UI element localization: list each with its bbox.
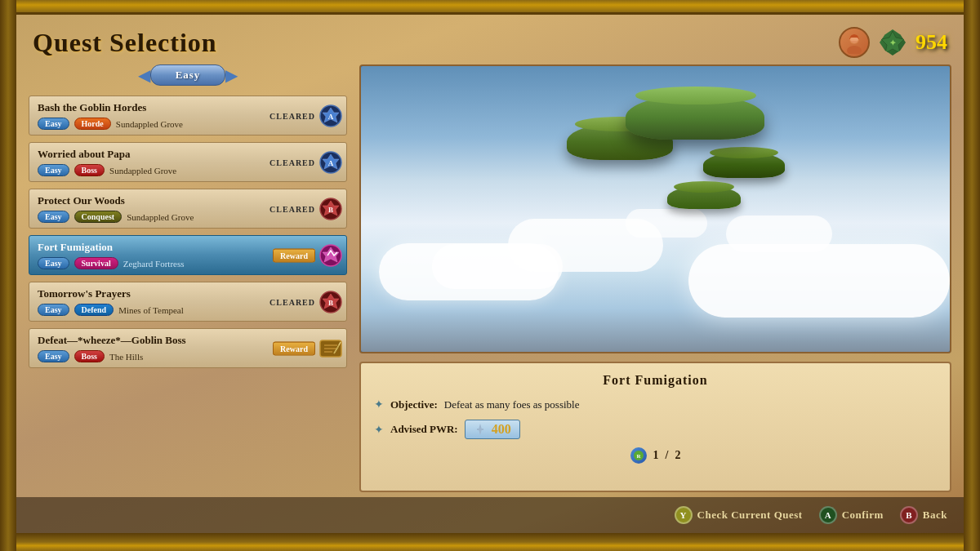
quest-status-6: Reward	[273, 344, 315, 353]
map-area	[359, 64, 951, 353]
tag-conquest-3: Conquest	[74, 211, 122, 223]
svg-text:A: A	[328, 113, 334, 121]
svg-text:A: A	[328, 159, 334, 167]
svg-point-1	[847, 46, 862, 54]
pwr-value: 400	[492, 422, 511, 437]
page-icon: R	[630, 447, 647, 464]
right-decorative-bar	[964, 0, 980, 551]
island-4	[626, 95, 764, 140]
bottom-decorative-bar	[0, 533, 980, 551]
quest-status-1: CLEARED	[270, 111, 315, 120]
difficulty-selector[interactable]: ◀ Easy ▶	[29, 64, 347, 86]
check-quest-label: Check Current Quest	[697, 509, 803, 522]
title-area: Quest Selection ✦ 954	[16, 15, 964, 64]
y-button-icon: Y	[675, 506, 693, 524]
svg-text:✦: ✦	[889, 38, 897, 47]
quest-status-2: CLEARED	[270, 158, 315, 167]
main-content: Quest Selection ✦ 954	[16, 15, 964, 533]
difficulty-label: Easy	[150, 64, 226, 86]
confirm-button[interactable]: A Confirm	[819, 506, 884, 524]
avatar	[839, 27, 870, 58]
quest-item-3[interactable]: Protect Our Woods Easy Conquest Sundappl…	[29, 189, 347, 229]
svg-text:B: B	[328, 206, 333, 214]
objective-label: Objective:	[390, 398, 438, 411]
reward-badge-4: Reward	[273, 248, 315, 262]
difficulty-next-arrow[interactable]: ▶	[225, 65, 238, 85]
b-button-icon: B	[900, 506, 918, 524]
back-button[interactable]: B Back	[900, 506, 947, 524]
quest-status-3: CLEARED	[270, 204, 315, 213]
tag-survival-4: Survival	[74, 257, 118, 269]
objective-row: ✦ Objective: Defeat as many foes as poss…	[374, 398, 937, 411]
svg-text:B: B	[328, 299, 333, 307]
quest-emblem-6	[319, 337, 342, 360]
tag-easy-2: Easy	[38, 164, 69, 176]
a-button-icon: A	[819, 506, 837, 524]
tag-easy-3: Easy	[38, 211, 69, 223]
tag-easy-4: Easy	[38, 257, 69, 269]
objective-value: Defeat as many foes as possible	[444, 398, 580, 411]
tag-horde-1: Horde	[74, 118, 111, 130]
reward-badge-6: Reward	[273, 341, 315, 355]
quest-location-2: Sundappled Grove	[109, 166, 176, 176]
tag-easy-1: Easy	[38, 118, 69, 130]
top-decorative-bar	[0, 0, 980, 15]
pwr-row: ✦ Advised PWR: 400	[374, 420, 937, 439]
pagination: R 1 / 2	[374, 447, 937, 464]
page-total: 2	[675, 449, 680, 462]
quest-location-6: The Hills	[109, 352, 143, 362]
check-quest-button[interactable]: Y Check Current Quest	[675, 506, 803, 524]
quest-location-3: Sundappled Grove	[127, 212, 194, 222]
badge-icon: ✦	[880, 29, 906, 56]
map-background	[361, 66, 950, 352]
island-5	[667, 186, 741, 209]
action-bar: Y Check Current Quest A Confirm B Back	[16, 497, 964, 533]
pwr-label: Advised PWR:	[390, 423, 458, 436]
pwr-diamond-icon: ✦	[374, 423, 384, 437]
quest-status-5: CLEARED	[270, 297, 315, 306]
quest-location-5: Mines of Tempeal	[118, 305, 184, 315]
cloud-3	[688, 244, 950, 318]
right-panel: Fort Fumigation ✦ Objective: Defeat as m…	[359, 64, 951, 492]
quest-emblem-4	[319, 244, 342, 267]
pwr-container: 400	[465, 420, 520, 439]
tag-easy-6: Easy	[38, 350, 69, 362]
page-inner-icon: R	[633, 450, 644, 461]
quest-location-1: Sundappled Grove	[116, 119, 183, 129]
cloud-6	[626, 209, 707, 238]
quest-emblem-5: B	[319, 291, 342, 313]
svg-rect-24	[477, 429, 483, 430]
svg-rect-3	[850, 38, 858, 41]
quest-item-5[interactable]: Tomorrow's Prayers Easy Defend Mines of …	[29, 282, 347, 322]
quest-item-2[interactable]: Worried about Papa Easy Boss Sundappled …	[29, 142, 347, 182]
quest-item-6[interactable]: Defeat—*wheeze*—Goblin Boss Easy Boss Th…	[29, 328, 347, 368]
content-area: ◀ Easy ▶ Bash the Goblin Hordes Easy Hor…	[16, 64, 964, 533]
quest-emblem-3: B	[319, 198, 342, 220]
header-right: ✦ 954	[839, 27, 947, 58]
page-current: 1	[653, 449, 659, 462]
cloud-4	[726, 216, 832, 252]
quest-status-4: Reward	[273, 251, 315, 260]
pwr-sword-icon	[474, 423, 487, 436]
left-decorative-bar	[0, 0, 16, 551]
back-label: Back	[923, 509, 947, 522]
quest-list-panel: ◀ Easy ▶ Bash the Goblin Hordes Easy Hor…	[29, 64, 347, 492]
confirm-label: Confirm	[842, 509, 884, 522]
quest-item-4[interactable]: Fort Fumigation Easy Survival Zeghard Fo…	[29, 235, 347, 275]
tag-easy-5: Easy	[38, 304, 69, 316]
difficulty-prev-arrow[interactable]: ◀	[138, 65, 150, 85]
quest-emblem-2: A	[319, 151, 342, 174]
currency-display: 954	[915, 30, 947, 55]
quest-location-4: Zeghard Fortress	[123, 259, 185, 269]
page-separator: /	[666, 449, 669, 462]
quest-emblem-1: A	[319, 104, 342, 127]
page-title: Quest Selection	[33, 28, 217, 58]
tag-boss-6: Boss	[74, 350, 105, 362]
quest-detail-title: Fort Fumigation	[374, 373, 937, 388]
quest-item-1[interactable]: Bash the Goblin Hordes Easy Horde Sundap…	[29, 96, 347, 136]
tag-boss-2: Boss	[74, 164, 105, 176]
objective-diamond-icon: ✦	[374, 398, 384, 411]
tag-defend-5: Defend	[74, 304, 114, 316]
island-2	[703, 152, 785, 178]
quest-details-panel: Fort Fumigation ✦ Objective: Defeat as m…	[359, 362, 951, 492]
